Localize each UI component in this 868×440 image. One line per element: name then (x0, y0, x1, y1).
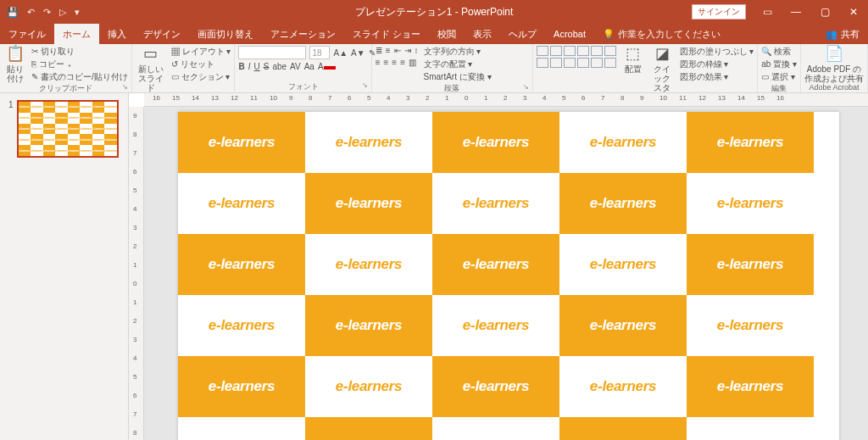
pattern-cell[interactable]: e-learners (559, 234, 687, 295)
pattern-cell[interactable]: e-learners (178, 356, 305, 417)
pattern-cell[interactable]: e-learners (687, 112, 814, 173)
shrink-font-button[interactable]: A▼ (351, 48, 365, 58)
pattern-cell[interactable]: e-learners (305, 295, 432, 356)
columns-button[interactable]: ▥ (409, 58, 416, 67)
minimize-button[interactable]: — (782, 0, 810, 24)
ribbon-options-icon[interactable]: ▭ (753, 0, 782, 24)
start-slideshow-icon[interactable]: ▷ (59, 7, 66, 18)
shape-fill-button[interactable]: 図形の塗りつぶし ▾ (680, 46, 754, 58)
reset-button[interactable]: ↺ リセット (171, 58, 231, 70)
pattern-cell[interactable]: e-learners (559, 295, 687, 356)
tell-me[interactable]: 💡 作業を入力してください (594, 24, 729, 44)
align-text-button[interactable]: 文字の配置 ▾ (424, 58, 492, 70)
indent-inc-button[interactable]: ⇥ (404, 46, 411, 55)
pattern-cell[interactable]: e-learners (432, 234, 559, 295)
pattern-cell[interactable]: e-learners (559, 112, 687, 173)
clipboard-launcher-icon[interactable]: ↘ (122, 83, 128, 91)
align-right-button[interactable]: ≡ (392, 58, 397, 67)
bullets-button[interactable]: ≣ (376, 46, 382, 55)
pattern-cell[interactable]: e-learners (178, 417, 305, 440)
font-family-select[interactable] (238, 46, 306, 59)
format-painter-button[interactable]: ✎ 書式のコピー/貼り付け (31, 71, 128, 83)
pattern-cell[interactable]: e-learners (178, 234, 305, 295)
tab-slideshow[interactable]: スライド ショー (344, 24, 429, 44)
new-slide-button[interactable]: ▭ 新しい スライド (136, 46, 166, 92)
qat-more-icon[interactable]: ▾ (75, 7, 80, 18)
case-button[interactable]: Aa (304, 62, 314, 71)
pattern-cell[interactable]: e-learners (305, 417, 432, 440)
layout-button[interactable]: ▦ レイアウト ▾ (171, 46, 231, 58)
italic-button[interactable]: I (248, 62, 251, 71)
pattern-cell[interactable]: e-learners (687, 295, 814, 356)
signin-button[interactable]: サインイン (692, 4, 746, 19)
pattern-cell[interactable]: e-learners (178, 295, 305, 356)
text-direction-button[interactable]: 文字列の方向 ▾ (424, 46, 492, 58)
grow-font-button[interactable]: A▲ (333, 48, 348, 58)
tab-file[interactable]: ファイル (0, 24, 54, 44)
slide-surface[interactable]: e-learnerse-learnerse-learnerse-learners… (178, 112, 839, 440)
close-button[interactable]: ✕ (839, 0, 868, 24)
pattern-cell[interactable]: e-learners (432, 356, 559, 417)
bold-button[interactable]: B (238, 62, 244, 71)
tab-review[interactable]: 校閲 (429, 24, 465, 44)
pattern-cell[interactable]: e-learners (305, 173, 432, 234)
strike-button[interactable]: S (264, 62, 270, 71)
pattern-cell[interactable]: e-learners (687, 234, 814, 295)
pattern-cell[interactable]: e-learners (559, 417, 687, 440)
find-button[interactable]: 🔍 検索 (761, 46, 797, 58)
spacing-button[interactable]: AV (290, 62, 301, 71)
pattern-cell[interactable]: e-learners (432, 295, 559, 356)
tab-home[interactable]: ホーム (54, 24, 99, 44)
shapes-gallery[interactable] (537, 46, 616, 68)
pattern-cell[interactable]: e-learners (687, 417, 814, 440)
undo-icon[interactable]: ↶ (27, 7, 35, 18)
shape-outline-button[interactable]: 図形の枠線 ▾ (680, 58, 754, 70)
paragraph-launcher-icon[interactable]: ↘ (523, 83, 529, 91)
pattern-cell[interactable]: e-learners (305, 112, 432, 173)
create-pdf-button[interactable]: 📄 Adobe PDF の 作成および共有 (804, 46, 864, 83)
numbering-button[interactable]: ≡ (386, 46, 391, 55)
cut-button[interactable]: ✂ 切り取り (31, 46, 128, 58)
pattern-cell[interactable]: e-learners (687, 173, 814, 234)
shadow-button[interactable]: abe (272, 62, 287, 71)
editor-canvas[interactable]: e-learnerse-learnerse-learnerse-learners… (144, 107, 868, 440)
save-icon[interactable]: 💾 (7, 7, 19, 18)
font-size-select[interactable]: 18 (309, 46, 330, 59)
share-button[interactable]: 👥 共有 (817, 24, 868, 44)
font-color-button[interactable]: A (318, 62, 336, 71)
slide-1-thumbnail[interactable]: e-learnerse-learnerse-learnerse-learners… (17, 100, 119, 158)
font-launcher-icon[interactable]: ↘ (362, 81, 368, 89)
align-center-button[interactable]: ≡ (384, 58, 389, 67)
tab-animations[interactable]: アニメーション (262, 24, 344, 44)
smartart-button[interactable]: SmartArt に変換 ▾ (424, 71, 492, 83)
tab-help[interactable]: ヘルプ (500, 24, 545, 44)
copy-button[interactable]: ⎘ コピー ▾ (31, 58, 128, 70)
pattern-cell[interactable]: e-learners (432, 173, 559, 234)
select-button[interactable]: ▭ 選択 ▾ (761, 71, 797, 83)
pattern-cell[interactable]: e-learners (559, 356, 687, 417)
line-spacing-button[interactable]: ↕ (415, 46, 419, 55)
tab-transitions[interactable]: 画面切り替え (189, 24, 262, 44)
tab-insert[interactable]: 挿入 (99, 24, 135, 44)
section-button[interactable]: ▭ セクション ▾ (171, 71, 231, 83)
paste-button[interactable]: 📋 貼り付け (3, 46, 26, 83)
arrange-button[interactable]: ⬚ 配置 (621, 46, 645, 74)
pattern-cell[interactable]: e-learners (687, 356, 814, 417)
redo-icon[interactable]: ↷ (43, 7, 51, 18)
pattern-cell[interactable]: e-learners (432, 417, 559, 440)
tab-view[interactable]: 表示 (465, 24, 500, 44)
pattern-cell[interactable]: e-learners (178, 112, 305, 173)
pattern-cell[interactable]: e-learners (305, 356, 432, 417)
justify-button[interactable]: ≡ (400, 58, 405, 67)
pattern-cell[interactable]: e-learners (559, 173, 687, 234)
indent-dec-button[interactable]: ⇤ (394, 46, 401, 55)
tab-design[interactable]: デザイン (135, 24, 189, 44)
pattern-cell[interactable]: e-learners (432, 112, 559, 173)
tab-acrobat[interactable]: Acrobat (545, 24, 594, 44)
replace-button[interactable]: ab 置換 ▾ (761, 58, 797, 70)
pattern-cell[interactable]: e-learners (178, 173, 305, 234)
pattern-cell[interactable]: e-learners (305, 234, 432, 295)
shape-effects-button[interactable]: 図形の効果 ▾ (680, 71, 754, 83)
underline-button[interactable]: U (253, 62, 259, 71)
maximize-button[interactable]: ▢ (810, 0, 839, 24)
